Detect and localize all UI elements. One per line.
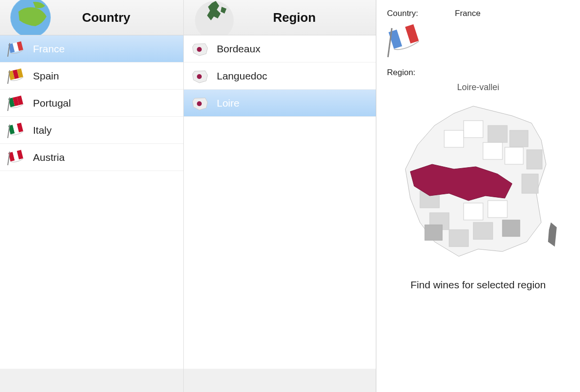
country-header-title: Country [82,10,130,25]
globe-icon [9,0,77,36]
country-item-austria[interactable]: Austria [0,144,183,171]
svg-rect-42 [483,142,502,159]
svg-rect-32 [473,222,493,239]
country-list: France Spain Portugal Italy [0,35,183,363]
region-thumb-icon [191,95,210,111]
svg-rect-30 [488,125,507,142]
region-item-label: Languedoc [217,70,267,82]
spacer [0,369,183,392]
svg-point-22 [195,1,234,35]
country-header: Country [0,0,183,35]
region-item-label: Bordeaux [217,43,260,55]
detail-flag [387,23,569,59]
svg-rect-40 [464,121,483,138]
country-panel: Country France Spain Portugal [0,0,183,392]
svg-rect-41 [444,130,464,147]
flag-icon [7,150,26,165]
svg-rect-39 [502,220,520,236]
svg-point-0 [10,0,51,35]
region-thumb-icon [191,41,210,57]
svg-rect-37 [522,174,538,193]
country-item-label: France [33,43,64,55]
region-item-loire[interactable]: Loire [184,90,376,117]
svg-rect-43 [505,147,523,164]
spacer [184,369,376,392]
detail-region-name: Loire-vallei [387,82,569,93]
region-item-languedoc[interactable]: Languedoc [184,63,376,90]
country-item-italy[interactable]: Italy [0,117,183,144]
country-item-label: Portugal [33,97,71,109]
flag-icon [7,41,26,57]
detail-region-row: Region: [387,68,569,78]
detail-panel: Country: France Region: Loire-vallei [376,0,580,392]
svg-rect-38 [425,225,442,240]
svg-point-23 [197,47,202,52]
flag-icon [7,123,26,138]
region-item-bordeaux[interactable]: Bordeaux [184,35,376,63]
svg-point-24 [197,74,202,79]
detail-region-label: Region: [387,68,455,78]
region-panel: Region Bordeaux Languedoc Loire [183,0,376,392]
detail-country-row: Country: France [387,9,569,18]
flag-icon [7,68,26,84]
europe-map-icon [193,0,260,36]
svg-rect-44 [464,203,483,220]
region-map [387,96,569,261]
region-header: Region [184,0,376,35]
svg-rect-31 [510,130,528,147]
svg-rect-45 [488,201,507,218]
svg-point-1 [10,0,51,35]
region-list: Bordeaux Languedoc Loire [184,35,376,363]
region-thumb-icon [191,68,210,84]
country-item-france[interactable]: France [0,35,183,63]
country-item-label: Austria [33,152,64,163]
svg-rect-36 [527,150,542,169]
detail-country-label: Country: [387,9,455,18]
svg-point-25 [197,101,202,106]
find-wines-button[interactable]: Find wines for selected region [387,272,569,298]
country-item-portugal[interactable]: Portugal [0,90,183,117]
country-item-spain[interactable]: Spain [0,63,183,90]
region-item-label: Loire [217,97,240,109]
svg-rect-33 [449,230,468,247]
country-item-label: Spain [33,70,59,82]
country-item-label: Italy [33,125,52,136]
region-header-title: Region [273,10,316,25]
flag-icon [7,95,26,111]
detail-country-value: France [455,9,481,18]
